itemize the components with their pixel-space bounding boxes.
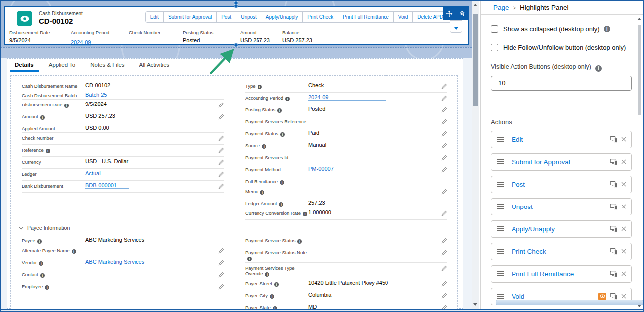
drag-handle-icon[interactable] [497, 294, 504, 295]
record-action-button[interactable]: Print Full Remittance [338, 11, 394, 23]
devices-icon[interactable] [610, 293, 618, 300]
edit-pencil-icon[interactable] [439, 82, 447, 91]
info-icon[interactable] [280, 132, 285, 137]
scroll-down-icon[interactable] [473, 303, 477, 306]
info-icon[interactable] [303, 212, 307, 216]
devices-icon[interactable] [610, 226, 618, 232]
edit-pencil-icon[interactable] [216, 134, 224, 143]
action-label[interactable]: Submit for Approval [512, 158, 570, 166]
edit-pencil-icon[interactable] [439, 154, 447, 163]
drag-handle-icon[interactable] [497, 182, 504, 183]
edit-pencil-icon[interactable] [439, 188, 447, 197]
info-icon[interactable] [260, 190, 264, 195]
show-as-collapsed-checkbox[interactable] [491, 25, 498, 33]
field-value[interactable]: ABC Marketing Services [85, 259, 216, 265]
action-label[interactable]: Apply/Unapply [512, 225, 555, 233]
drag-handle-icon[interactable] [497, 204, 504, 205]
info-icon[interactable] [258, 85, 262, 89]
record-tab[interactable]: Notes & Files [85, 59, 129, 71]
devices-icon[interactable] [610, 271, 618, 277]
action-item[interactable]: Edit [491, 131, 632, 148]
section-header[interactable]: Payee Information [20, 223, 447, 234]
field-value[interactable]: BDB-000001 [85, 182, 216, 189]
record-action-button[interactable]: Apply/Unapply [261, 11, 303, 23]
edit-pencil-icon[interactable] [216, 146, 224, 155]
hide-follow-button-checkbox[interactable] [491, 44, 498, 51]
info-icon[interactable] [40, 273, 45, 278]
remove-action-icon[interactable] [621, 182, 626, 187]
edit-pencil-icon[interactable] [439, 130, 447, 139]
delete-component-button[interactable] [456, 7, 469, 20]
edit-pencil-icon[interactable] [439, 142, 447, 151]
panel-scrollbar-thumb[interactable] [638, 25, 641, 115]
canvas-scrollbar[interactable] [472, 1, 479, 309]
info-icon[interactable] [270, 294, 274, 299]
panel-scrollbar[interactable] [637, 17, 642, 308]
action-item[interactable]: Apply/Unapply [491, 220, 632, 238]
breadcrumb-page-link[interactable]: Page [493, 4, 509, 11]
action-label[interactable]: Edit [512, 136, 523, 143]
record-action-button[interactable]: Print Check [302, 11, 338, 23]
remove-action-icon[interactable] [621, 137, 626, 142]
field-value[interactable]: Actual [85, 170, 216, 176]
highlights-panel-component[interactable]: Cash Disbursement CD-00102 EditSubmit fo… [4, 6, 469, 45]
action-item[interactable]: Print Full Remittance [491, 265, 632, 283]
canvas-scrollbar-thumb[interactable] [473, 14, 478, 106]
info-icon[interactable] [45, 285, 49, 290]
record-action-button[interactable]: Post [216, 11, 236, 23]
edit-pencil-icon[interactable] [439, 106, 447, 115]
devices-icon[interactable] [610, 248, 618, 255]
info-icon[interactable] [285, 97, 290, 101]
selection-handle-dot[interactable] [234, 4, 238, 8]
remove-action-icon[interactable] [621, 159, 626, 164]
edit-pencil-icon[interactable] [216, 158, 224, 167]
devices-icon[interactable] [610, 204, 618, 210]
edit-pencil-icon[interactable] [216, 271, 224, 280]
record-tab[interactable]: All Activities [134, 59, 175, 71]
edit-pencil-icon[interactable] [439, 304, 447, 309]
selection-handle-dot[interactable] [234, 43, 238, 47]
edit-pencil-icon[interactable] [216, 247, 224, 256]
info-icon[interactable] [39, 261, 43, 266]
edit-pencil-icon[interactable] [439, 94, 447, 103]
info-icon[interactable] [265, 272, 269, 277]
action-label[interactable]: Post [512, 181, 525, 188]
edit-pencil-icon[interactable] [216, 182, 224, 191]
info-icon[interactable] [274, 282, 279, 287]
scroll-up-icon[interactable] [473, 4, 477, 6]
scroll-up-icon[interactable] [637, 18, 641, 20]
action-label[interactable]: Unpost [512, 203, 533, 210]
action-label[interactable]: Void [512, 293, 524, 300]
edit-pencil-icon[interactable] [439, 209, 447, 218]
record-action-button[interactable]: Edit [145, 11, 164, 23]
stat-value[interactable]: 2024-09 [71, 39, 91, 46]
edit-pencil-icon[interactable] [439, 118, 447, 127]
info-icon[interactable] [262, 144, 266, 149]
drag-handle-icon[interactable] [497, 159, 504, 160]
remove-action-icon[interactable] [621, 294, 626, 299]
record-action-button[interactable]: Void [393, 11, 413, 23]
info-icon[interactable] [604, 26, 610, 32]
edit-pencil-icon[interactable] [439, 292, 447, 301]
remove-action-icon[interactable] [621, 249, 626, 254]
edit-pencil-icon[interactable] [216, 113, 224, 122]
action-item[interactable]: Unpost [491, 198, 632, 215]
info-icon[interactable] [277, 108, 282, 113]
info-icon[interactable] [297, 239, 302, 244]
action-item[interactable]: Post [491, 176, 632, 193]
drag-handle-icon[interactable] [497, 249, 504, 250]
info-icon[interactable] [64, 104, 69, 108]
info-icon[interactable] [595, 65, 602, 72]
record-action-button[interactable]: Unpost [236, 11, 261, 23]
field-value[interactable]: PM-00007 [308, 166, 439, 172]
info-icon[interactable] [72, 249, 76, 254]
edit-pencil-icon[interactable] [439, 166, 447, 175]
remove-action-icon[interactable] [621, 226, 626, 231]
info-icon[interactable] [279, 202, 283, 207]
edit-pencil-icon[interactable] [439, 249, 447, 258]
record-action-button[interactable]: Submit for Approval [163, 11, 217, 23]
action-item[interactable]: Print Check [491, 243, 632, 260]
edit-pencil-icon[interactable] [439, 264, 447, 273]
field-value[interactable]: Batch 25 [85, 92, 224, 98]
remove-action-icon[interactable] [621, 204, 626, 209]
